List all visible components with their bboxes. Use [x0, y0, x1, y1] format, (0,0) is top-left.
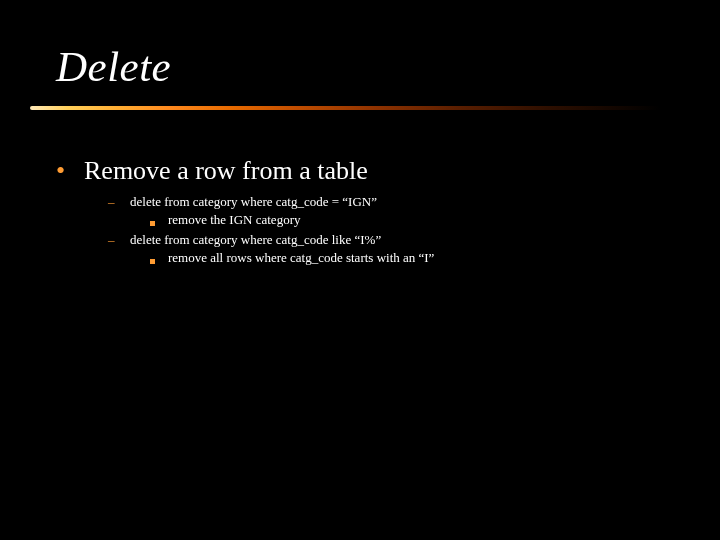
bullet-level3-text: remove the IGN category	[168, 211, 300, 229]
square-icon	[150, 249, 168, 267]
title-underline	[30, 106, 660, 110]
bullet-level2: – delete from category where catg_code l…	[108, 231, 680, 249]
bullet-level3: remove all rows where catg_code starts w…	[150, 249, 680, 267]
bullet-level3-text: remove all rows where catg_code starts w…	[168, 249, 434, 267]
bullet-level1-text: Remove a row from a table	[84, 155, 368, 187]
slide: Delete • Remove a row from a table – del…	[0, 0, 720, 540]
square-icon	[150, 211, 168, 229]
bullet-level1: • Remove a row from a table	[56, 155, 680, 187]
bullet-level2-text: delete from category where catg_code lik…	[130, 231, 381, 249]
bullet-level3: remove the IGN category	[150, 211, 680, 229]
bullet-dot-icon: •	[56, 155, 84, 187]
dash-icon: –	[108, 193, 130, 211]
slide-title: Delete	[56, 42, 171, 91]
bullet-level2-text: delete from category where catg_code = “…	[130, 193, 377, 211]
bullet-level2: – delete from category where catg_code =…	[108, 193, 680, 211]
dash-icon: –	[108, 231, 130, 249]
slide-body: • Remove a row from a table – delete fro…	[56, 155, 680, 267]
